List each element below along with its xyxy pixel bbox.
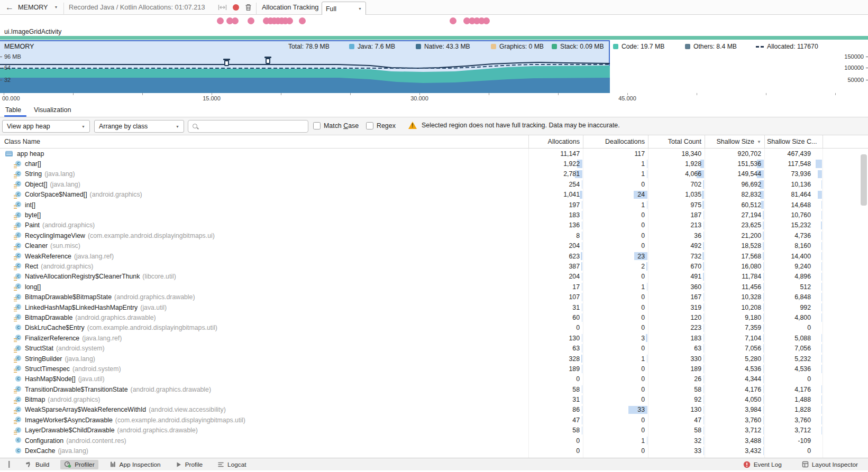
- table-row[interactable]: BitmapDrawable$BitmapState (android.grap…: [0, 292, 868, 302]
- allocation-event-dot[interactable]: [217, 17, 224, 24]
- memory-dropdown[interactable]: MEMORY ▼: [18, 0, 58, 14]
- shallow-size-c-value: 4,176: [794, 386, 811, 393]
- class-icon: [15, 243, 22, 249]
- class-icon: [15, 171, 22, 178]
- table-row[interactable]: int[] 197 1 975 60,512 14,648: [0, 200, 868, 210]
- class-package: (java.lang): [65, 355, 95, 363]
- class-package: (com.example.android.displayingbitmaps.u…: [87, 324, 217, 331]
- status-item-profile[interactable]: Profile: [172, 460, 206, 469]
- table-scrollbar[interactable]: [861, 154, 867, 206]
- total-count-value: 32: [694, 437, 701, 445]
- table-row[interactable]: byte[] 183 0 187 27,194 10,760: [0, 210, 868, 220]
- deallocations-value: 0: [641, 386, 645, 393]
- deallocations-value: 0: [641, 314, 645, 321]
- class-package: (com.example.android.displayingbitmaps.u…: [115, 417, 245, 424]
- table-row[interactable]: RecyclingImageView (com.example.android.…: [0, 230, 868, 240]
- table-row[interactable]: Rect (android.graphics) 387 2 670 16,080…: [0, 261, 868, 271]
- table-row[interactable]: DiskLruCache$Entry (com.example.android.…: [0, 323, 868, 333]
- class-name: WeakSparseArray$WeakReferenceWithId: [25, 406, 146, 413]
- table-row[interactable]: WeakSparseArray$WeakReferenceWithId (and…: [0, 405, 868, 415]
- allocation-event-dot[interactable]: [248, 17, 254, 24]
- table-row[interactable]: LayerDrawable$ChildDrawable (android.gra…: [0, 425, 868, 436]
- deallocations-value: 1: [641, 160, 645, 168]
- allocation-event-dot[interactable]: [299, 17, 306, 24]
- arrange-select[interactable]: Arrange by class ▼: [94, 120, 184, 133]
- deallocations-value: 0: [641, 345, 645, 352]
- status-item-layout-inspector[interactable]: Layout Inspector: [798, 460, 862, 469]
- table-row[interactable]: WeakReference (java.lang.ref) 623 23 732…: [0, 251, 868, 261]
- total-count-value: 491: [690, 273, 701, 280]
- allocation-event-dot[interactable]: [232, 17, 239, 24]
- class-package: (android.content.res): [66, 437, 126, 445]
- table-row[interactable]: String (java.lang) 2,781 1 4,066 149,544…: [0, 169, 868, 179]
- shallow-size-c-value: 0: [807, 447, 811, 455]
- class-name: Object[]: [25, 181, 47, 188]
- table-row[interactable]: Cleaner (sun.misc) 204 0 492 18,528 8,16…: [0, 241, 868, 251]
- allocation-tracking-select[interactable]: Full ▼: [322, 2, 366, 16]
- allocation-event-dot[interactable]: [483, 17, 490, 24]
- regex-checkbox[interactable]: Regex: [366, 122, 396, 129]
- tab-visualization[interactable]: Visualization: [34, 103, 71, 117]
- table-row[interactable]: char[] 1,922 1 1,928 151,536 117,548: [0, 159, 868, 169]
- zoom-to-fit-icon[interactable]: [218, 0, 227, 14]
- table-row[interactable]: NativeAllocationRegistry$CleanerThunk (l…: [0, 272, 868, 282]
- table-row[interactable]: StringBuilder (java.lang) 328 1 330 5,28…: [0, 354, 868, 364]
- match-case-checkbox[interactable]: Match Case: [313, 122, 359, 129]
- column-allocations[interactable]: Allocations: [529, 135, 583, 148]
- search-input[interactable]: [202, 122, 304, 131]
- column-deallocations[interactable]: Deallocations: [583, 135, 648, 148]
- table-row[interactable]: BitmapDrawable (android.graphics.drawabl…: [0, 312, 868, 322]
- table-row[interactable]: ColorSpace$Named[] (android.graphics) 1,…: [0, 190, 868, 200]
- column-class-name[interactable]: Class Name: [0, 135, 529, 148]
- class-icon: [15, 396, 22, 403]
- column-shallow-size[interactable]: Shallow Size ▼: [705, 135, 765, 148]
- chevron-down-icon: ▼: [176, 125, 179, 128]
- table-row[interactable]: StructStat (android.system) 63 0 63 7,05…: [0, 343, 868, 353]
- table-row[interactable]: Object[] (java.lang) 254 0 702 96,692 10…: [0, 179, 868, 189]
- table-row[interactable]: TransitionDrawable$TransitionState (andr…: [0, 384, 868, 394]
- tab-table[interactable]: Table: [5, 103, 21, 117]
- deallocations-value: 0: [641, 304, 645, 311]
- record-icon[interactable]: [233, 0, 239, 14]
- table-row[interactable]: Bitmap (android.graphics) 31 0 92 4,050 …: [0, 394, 868, 404]
- status-item-logcat[interactable]: Logcat: [214, 460, 250, 469]
- allocations-value: 63: [572, 345, 580, 352]
- status-item-profiler[interactable]: Profiler: [60, 460, 98, 469]
- back-button[interactable]: ←: [3, 0, 16, 14]
- class-name: int[]: [25, 201, 35, 209]
- table-row[interactable]: long[] 17 1 360 11,456 512: [0, 282, 868, 292]
- allocation-event-dot[interactable]: [286, 17, 293, 24]
- allocations-value: 387: [569, 263, 580, 270]
- shallow-size-value: 9,180: [745, 314, 761, 321]
- status-item-event-log[interactable]: Event Log: [739, 460, 785, 469]
- table-row[interactable]: Paint (android.graphics) 136 0 213 23,62…: [0, 220, 868, 230]
- memory-chart[interactable]: MEMORY Total: 78.9 MBJava: 7.6 MBNative:…: [0, 40, 868, 93]
- status-item-build[interactable]: Build: [22, 460, 53, 469]
- shallow-size-value: 3,712: [745, 427, 761, 434]
- table-row[interactable]: LinkedHashMap$LinkedHashMapEntry (java.u…: [0, 302, 868, 312]
- table-row[interactable]: StructTimespec (android.system) 189 0 18…: [0, 364, 868, 374]
- column-total-count[interactable]: Total Count: [648, 135, 705, 148]
- table-row[interactable]: Configuration (android.content.res) 0 1 …: [0, 436, 868, 446]
- allocation-event-dot[interactable]: [450, 17, 456, 24]
- search-box[interactable]: [188, 120, 308, 133]
- table-row[interactable]: FinalizerReference (java.lang.ref) 130 3…: [0, 333, 868, 343]
- table-row[interactable]: HashMap$Node[] (java.util) 0 0 26 4,344 …: [0, 374, 868, 384]
- trash-icon[interactable]: [245, 0, 252, 14]
- table-row[interactable]: app heap 11,147 117 18,340 920,702 467,4…: [0, 149, 868, 159]
- gc-event-icon[interactable]: [224, 60, 229, 66]
- column-shallow-size-c[interactable]: Shallow Size C...: [765, 135, 823, 148]
- status-bar: BuildProfilerApp InspectionProfileLogcat…: [0, 458, 868, 470]
- heap-select[interactable]: View app heap ▼: [2, 120, 90, 133]
- profiler-icon: [64, 461, 71, 468]
- shallow-size-c-value: 15,232: [791, 221, 811, 229]
- allocations-value: 31: [572, 304, 580, 311]
- class-icon: [15, 448, 22, 455]
- allocations-value: 31: [572, 396, 580, 403]
- table-row[interactable]: ImageWorker$AsyncDrawable (com.example.a…: [0, 415, 868, 425]
- deallocations-value: 1: [641, 201, 645, 209]
- status-item-app-inspection[interactable]: App Inspection: [106, 460, 165, 469]
- table-row[interactable]: DexCache (java.lang) 0 0 33 3,432 0: [0, 446, 868, 456]
- class-icon: [15, 201, 22, 208]
- gc-event-icon[interactable]: [266, 58, 270, 64]
